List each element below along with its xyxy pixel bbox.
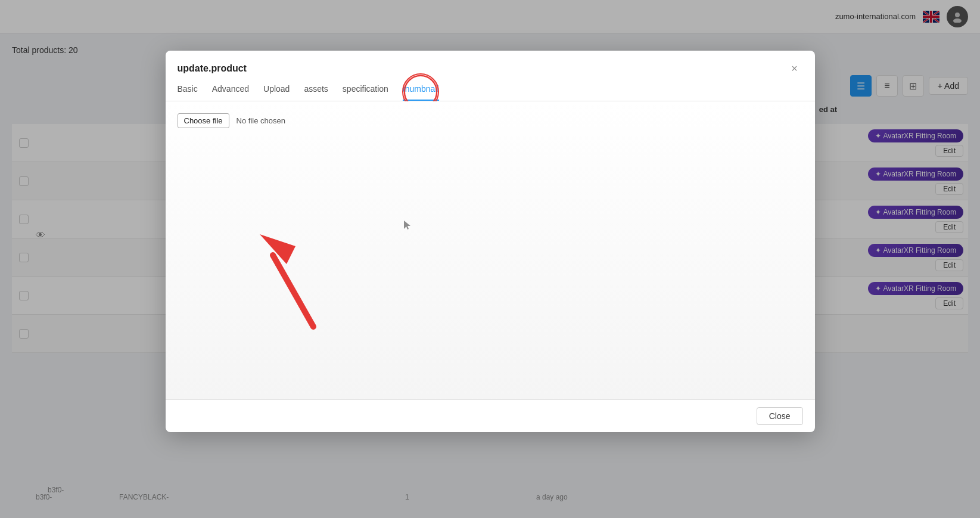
tab-assets[interactable]: assets [304, 84, 328, 101]
no-file-label: No file chosen [237, 116, 285, 125]
modal-header: update.product × [166, 51, 815, 77]
choose-file-button[interactable]: Choose file [178, 113, 229, 128]
cursor-hint [404, 221, 409, 225]
tab-thumbnail-label: thumbnail [403, 84, 439, 94]
red-arrow-annotation [254, 228, 325, 332]
tab-advanced[interactable]: Advanced [212, 84, 249, 101]
modal-close-footer-button[interactable]: Close [757, 407, 803, 425]
file-input-row: Choose file No file chosen [178, 113, 803, 128]
modal-tabs: Basic Advanced Upload assets specificati… [166, 77, 815, 101]
modal-body: Choose file No file chosen [166, 101, 815, 399]
svg-marker-13 [260, 234, 295, 264]
tab-thumbnail[interactable]: thumbnail [403, 84, 439, 101]
tab-upload[interactable]: Upload [263, 84, 290, 101]
svg-line-12 [273, 255, 313, 327]
modal-footer: Close [166, 399, 815, 432]
modal-title: update.product [178, 63, 247, 74]
update-product-modal: update.product × Basic Advanced Upload a… [166, 51, 815, 432]
tab-basic[interactable]: Basic [178, 84, 198, 101]
tab-specification[interactable]: specification [343, 84, 388, 101]
modal-close-button[interactable]: × [786, 60, 803, 77]
